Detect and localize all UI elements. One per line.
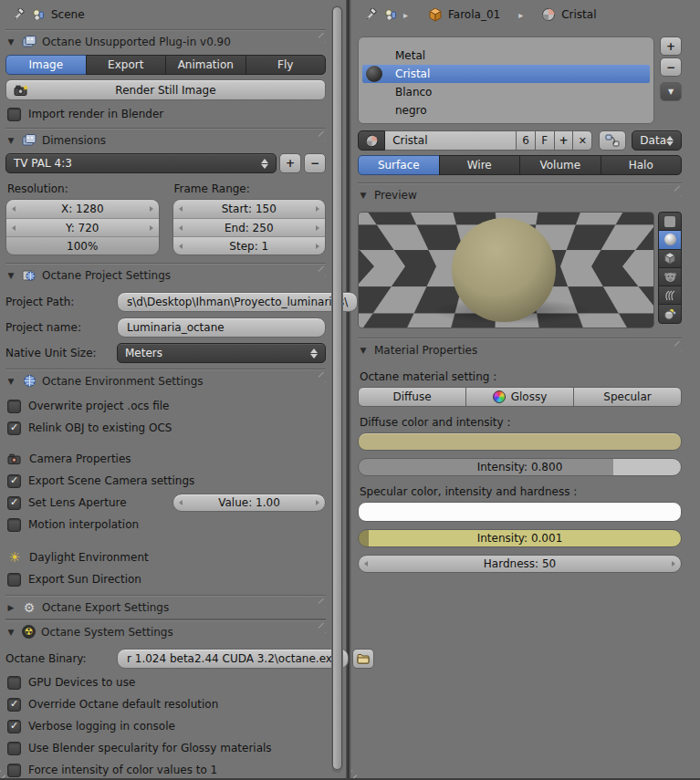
tab-fly[interactable]: Fly <box>246 55 327 75</box>
import-render-checkbox[interactable]: ✓ <box>7 108 21 121</box>
panel-grip[interactable] <box>306 598 326 613</box>
preview-hair-button[interactable] <box>658 286 682 305</box>
octane-binary-field[interactable]: r 1.024 beta2.44 CUDA 3.2\octane.exe <box>117 649 349 669</box>
system-settings-header[interactable]: ▼ ☢ Octane System Settings <box>5 620 326 643</box>
scene-icon[interactable] <box>383 7 398 22</box>
material-slot-list[interactable]: Metal Cristal Blanco negro <box>358 36 654 124</box>
preview-cube-button[interactable] <box>658 249 682 268</box>
frame-start-field[interactable]: Start: 150 <box>173 200 326 218</box>
users-count-button[interactable]: 6 <box>517 130 536 151</box>
panel-resize-grip[interactable] <box>351 766 363 778</box>
material-datablock-icon-button[interactable] <box>358 130 385 151</box>
gpu-devices-checkbox[interactable]: ✓ <box>7 676 21 690</box>
export-camera-checkbox[interactable]: ✓ <box>7 474 21 488</box>
new-material-button[interactable]: + <box>555 130 574 151</box>
diffuse-color-swatch[interactable] <box>358 432 682 451</box>
panel-grip[interactable] <box>306 372 326 387</box>
relink-obj-checkbox[interactable]: ✓ <box>7 421 21 435</box>
tab-wire[interactable]: Wire <box>439 155 521 175</box>
render-properties-panel: Scene ▼ Octane Unsupported Plug-in v0.90… <box>0 0 346 780</box>
dimensions-preset-dropdown[interactable]: TV PAL 4:3 <box>5 153 277 173</box>
specular-color-swatch[interactable] <box>358 502 682 522</box>
preview-sphere-button[interactable] <box>658 230 682 249</box>
lens-value-field[interactable]: Value: 1.00 <box>172 494 326 512</box>
frame-end-field[interactable]: End: 250 <box>173 218 326 236</box>
project-name-field[interactable]: Luminaria_octane <box>117 317 326 338</box>
tab-export[interactable]: Export <box>86 55 167 75</box>
preview-monkey-button[interactable] <box>658 267 682 286</box>
slot-blanco[interactable]: Blanco <box>362 83 650 101</box>
slot-metal[interactable]: Metal <box>362 47 650 65</box>
diffuse-intensity-slider[interactable]: Intensity: 0.800 <box>358 458 682 476</box>
slot-negro[interactable]: negro <box>362 101 650 120</box>
set-lens-checkbox[interactable]: ✓ <box>7 496 21 510</box>
project-path-field[interactable]: s\d\Desktop\Ihman\Proyecto_luminarias\ <box>117 292 358 312</box>
add-slot-button[interactable]: + <box>660 36 682 56</box>
override-resolution-checkbox[interactable]: ✓ <box>7 698 21 712</box>
glossy-type-button[interactable]: Glossy <box>465 387 574 407</box>
octane-plugin-header[interactable]: ▼ Octane Unsupported Plug-in v0.90 <box>5 30 326 53</box>
overwrite-ocs-checkbox[interactable]: ✓ <box>7 400 21 413</box>
disclosure-open-icon[interactable]: ▼ <box>5 271 16 280</box>
unlink-material-button[interactable]: ✕ <box>573 130 592 151</box>
panel-grip[interactable] <box>306 131 326 146</box>
slot-specials-menu-button[interactable]: ▼ <box>660 82 682 101</box>
hardness-field[interactable]: Hardness: 50 <box>358 555 682 573</box>
resolution-y-field[interactable]: Y: 720 <box>6 218 159 236</box>
material-properties-header[interactable]: ▼ Material Properties <box>358 338 682 361</box>
preview-flat-button[interactable] <box>658 212 682 231</box>
disclosure-open-icon[interactable]: ▼ <box>358 191 369 200</box>
environment-settings-header[interactable]: ▼ Octane Environment Settings <box>5 369 326 392</box>
disclosure-open-icon[interactable]: ▼ <box>5 136 16 145</box>
pin-icon[interactable] <box>11 7 26 22</box>
tab-animation[interactable]: Animation <box>165 55 246 75</box>
tab-image[interactable]: Image <box>5 55 87 75</box>
force-intensity-checkbox[interactable]: ✓ <box>7 764 21 777</box>
slot-cristal[interactable]: Cristal <box>362 65 650 83</box>
specular-type-button[interactable]: Specular <box>573 387 682 407</box>
panel-grip[interactable] <box>662 341 682 356</box>
project-settings-header[interactable]: ▼ Octane Project Settings <box>5 264 326 286</box>
export-sun-checkbox[interactable]: ✓ <box>7 573 21 587</box>
native-unit-dropdown[interactable]: Meters <box>117 343 326 363</box>
motion-interpolation-checkbox[interactable]: ✓ <box>7 518 21 532</box>
scene-icon[interactable] <box>31 7 46 22</box>
remove-slot-button[interactable]: − <box>660 57 682 77</box>
resolution-percentage-slider[interactable]: 100% <box>6 236 159 255</box>
resolution-x-field[interactable]: X: 1280 <box>6 200 159 218</box>
tab-halo[interactable]: Halo <box>601 155 683 175</box>
fake-user-button[interactable]: F <box>536 130 555 151</box>
preset-add-button[interactable]: + <box>279 153 301 173</box>
tab-surface[interactable]: Surface <box>358 155 440 175</box>
scrollbar-thumb[interactable] <box>332 6 342 770</box>
tab-volume[interactable]: Volume <box>519 155 601 175</box>
disclosure-open-icon[interactable]: ▼ <box>5 628 16 637</box>
pin-icon[interactable] <box>363 7 378 22</box>
disclosure-open-icon[interactable]: ▼ <box>5 37 16 47</box>
panel-grip[interactable] <box>306 623 326 638</box>
frame-step-field[interactable]: Step: 1 <box>173 236 326 255</box>
panel-grip[interactable] <box>306 33 326 47</box>
preview-header[interactable]: ▼ Preview <box>358 183 682 206</box>
panel-grip[interactable] <box>306 266 326 281</box>
export-settings-header[interactable]: ▶ ⚙ Octane Export Settings <box>5 596 326 619</box>
breadcrumb-scene-label[interactable]: Scene <box>51 8 85 21</box>
breadcrumb-material-label[interactable]: Cristal <box>561 8 596 21</box>
data-mode-dropdown[interactable]: Data <box>632 130 682 151</box>
disclosure-open-icon[interactable]: ▼ <box>5 377 16 386</box>
disclosure-open-icon[interactable]: ▼ <box>358 346 369 355</box>
render-still-image-button[interactable]: Render Still Image <box>5 79 326 100</box>
dimensions-header[interactable]: ▼ Dimensions <box>5 129 326 151</box>
verbose-logging-checkbox[interactable]: ✓ <box>7 720 21 733</box>
panel-grip[interactable] <box>662 186 682 201</box>
specular-intensity-slider[interactable]: Intensity: 0.001 <box>358 529 682 547</box>
preset-remove-button[interactable]: − <box>304 153 326 173</box>
material-name-field[interactable]: Cristal <box>385 130 517 151</box>
left-panel-scrollbar[interactable] <box>331 5 343 773</box>
breadcrumb-object-label[interactable]: Farola_01 <box>448 8 500 21</box>
disclosure-closed-icon[interactable]: ▶ <box>5 603 16 612</box>
node-editor-button[interactable] <box>599 130 626 151</box>
preview-world-button[interactable] <box>658 304 682 323</box>
blender-specularity-checkbox[interactable]: ✓ <box>7 742 21 755</box>
diffuse-type-button[interactable]: Diffuse <box>358 387 466 407</box>
